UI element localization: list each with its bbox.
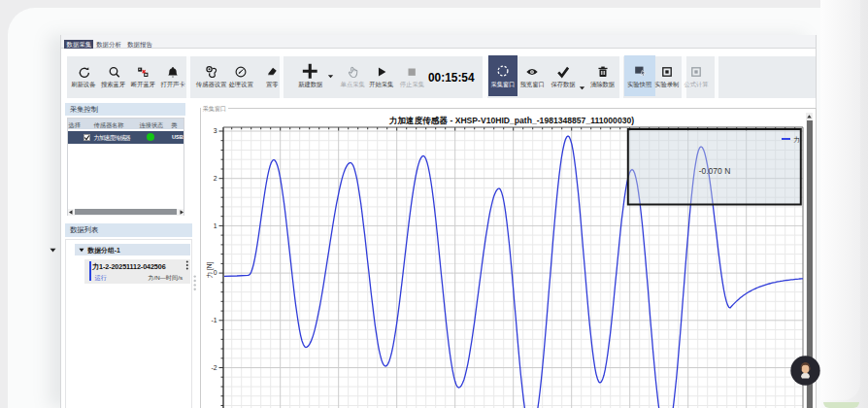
svg-text:力 [N]: 力 [N] — [206, 262, 214, 279]
svg-text:-1: -1 — [211, 317, 217, 323]
svg-text:力加速度传感器 - XHSP-V10HID_path_-19: 力加速度传感器 - XHSP-V10HID_path_-1981348857_1… — [388, 116, 634, 125]
svg-text:力: 力 — [793, 136, 800, 143]
svg-text:-0.070 N: -0.070 N — [699, 166, 731, 176]
svg-text:3: 3 — [214, 127, 217, 134]
svg-text:0: 0 — [214, 269, 217, 276]
svg-text:2: 2 — [214, 175, 217, 182]
svg-text:1: 1 — [214, 222, 217, 229]
svg-text:-2: -2 — [211, 364, 217, 371]
